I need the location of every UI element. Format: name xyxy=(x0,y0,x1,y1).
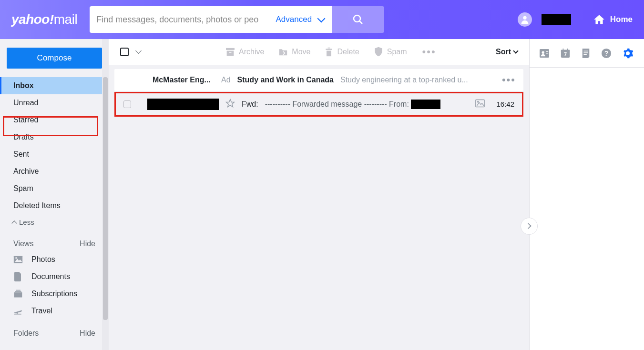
message-time: 16:42 xyxy=(496,100,514,108)
view-travel[interactable]: Travel xyxy=(0,302,109,320)
folder-deleted[interactable]: Deleted Items xyxy=(0,197,109,214)
search-button[interactable] xyxy=(332,6,384,33)
star-icon[interactable] xyxy=(225,99,235,110)
svg-rect-10 xyxy=(226,48,235,50)
message-checkbox[interactable] xyxy=(123,100,131,108)
toolbar: Archive Move Delete Spam ••• Sort xyxy=(109,39,529,65)
user-name-redacted[interactable] xyxy=(542,14,571,25)
show-less[interactable]: Less xyxy=(0,214,109,230)
chevron-down-icon xyxy=(317,15,326,23)
right-icons: 7 ? xyxy=(530,39,644,68)
view-subscriptions[interactable]: Subscriptions xyxy=(0,285,109,302)
home-label: Home xyxy=(610,15,633,24)
travel-icon xyxy=(13,307,23,315)
search-input[interactable] xyxy=(96,15,268,25)
folder-archive[interactable]: Archive xyxy=(0,163,109,180)
chevron-down-icon xyxy=(513,49,518,54)
folders-title: Folders xyxy=(13,329,39,338)
search-icon xyxy=(352,14,364,25)
views-hide[interactable]: Hide xyxy=(80,240,95,248)
svg-rect-27 xyxy=(583,50,588,51)
logo-text: yahoo xyxy=(11,12,50,27)
folder-unread[interactable]: Unread xyxy=(0,94,109,111)
folder-spam[interactable]: Spam xyxy=(0,180,109,197)
svg-rect-7 xyxy=(15,291,21,292)
view-label: Subscriptions xyxy=(31,290,77,298)
view-label: Travel xyxy=(31,307,52,315)
svg-rect-14 xyxy=(327,50,331,56)
ad-row[interactable]: McMaster Eng... Ad Study and Work in Can… xyxy=(114,69,523,91)
svg-rect-6 xyxy=(14,292,22,298)
archive-icon xyxy=(225,48,235,56)
delete-button[interactable]: Delete xyxy=(325,47,359,57)
chevron-right-icon xyxy=(525,223,532,230)
svg-rect-29 xyxy=(583,54,586,54)
ad-subject: Study and Work in Canada xyxy=(237,76,334,84)
select-dropdown-icon[interactable] xyxy=(135,48,142,54)
views-header: Views Hide xyxy=(0,230,109,251)
notepad-icon[interactable] xyxy=(581,48,591,59)
help-icon[interactable]: ? xyxy=(601,48,612,59)
less-label: Less xyxy=(19,218,34,226)
svg-rect-25 xyxy=(563,48,564,50)
svg-rect-28 xyxy=(583,52,588,53)
svg-rect-8 xyxy=(16,290,20,291)
search-wrap: Advanced xyxy=(90,6,384,33)
folder-starred[interactable]: Starred xyxy=(0,111,109,129)
move-button[interactable]: Move xyxy=(278,47,310,57)
select-all-checkbox[interactable] xyxy=(120,48,129,56)
toolbar-actions: Archive Move Delete Spam xyxy=(225,47,407,57)
next-page-button[interactable] xyxy=(521,218,538,235)
svg-point-2 xyxy=(523,16,526,20)
chevron-up-icon xyxy=(11,220,17,226)
search-box: Advanced xyxy=(90,6,332,33)
logo-mail: mail xyxy=(54,12,77,27)
subscriptions-icon xyxy=(13,290,23,298)
move-icon xyxy=(278,48,288,56)
ad-more-icon[interactable]: ••• xyxy=(502,78,516,82)
scrollbar-thumb[interactable] xyxy=(103,77,108,320)
svg-rect-13 xyxy=(326,49,332,50)
avatar[interactable] xyxy=(518,12,532,27)
spam-button[interactable]: Spam xyxy=(374,47,407,57)
trash-icon xyxy=(325,47,333,57)
ad-sender: McMaster Eng... xyxy=(153,76,215,84)
advanced-search[interactable]: Advanced xyxy=(268,15,332,24)
view-label: Documents xyxy=(31,272,70,281)
svg-rect-12 xyxy=(229,52,232,53)
svg-point-20 xyxy=(542,51,544,53)
home-link[interactable]: Home xyxy=(593,13,633,26)
svg-line-1 xyxy=(359,21,362,24)
home-icon xyxy=(593,13,605,26)
sidebar-scrollbar[interactable] xyxy=(102,39,109,350)
folder-sent[interactable]: Sent xyxy=(0,146,109,163)
highlight-outline: Fwd: ---------- Forwarded message ------… xyxy=(114,92,523,117)
more-actions[interactable]: ••• xyxy=(422,50,436,54)
folders-hide[interactable]: Hide xyxy=(80,329,95,338)
message-row[interactable]: Fwd: ---------- Forwarded message ------… xyxy=(116,93,522,115)
view-photos[interactable]: Photos xyxy=(0,251,109,268)
advanced-label: Advanced xyxy=(276,15,312,24)
person-icon xyxy=(520,14,530,25)
folder-drafts[interactable]: Drafts xyxy=(0,129,109,146)
sort-button[interactable]: Sort xyxy=(496,48,518,56)
archive-button[interactable]: Archive xyxy=(225,47,264,57)
calendar-icon[interactable]: 7 xyxy=(560,48,571,59)
document-icon xyxy=(13,272,23,281)
from-redacted xyxy=(411,100,440,109)
delete-label: Delete xyxy=(337,48,359,56)
ad-tag: Ad xyxy=(221,76,231,84)
svg-rect-11 xyxy=(227,50,234,56)
svg-rect-15 xyxy=(328,48,330,49)
sidebar: Compose Inbox Unread Starred Drafts Sent… xyxy=(0,39,109,350)
archive-label: Archive xyxy=(239,48,264,56)
contacts-icon[interactable] xyxy=(539,49,550,58)
yahoo-mail-logo[interactable]: yahoo!mail xyxy=(11,12,77,27)
main-content: Archive Move Delete Spam ••• Sort xyxy=(109,39,530,350)
folder-inbox[interactable]: Inbox xyxy=(0,77,109,94)
svg-rect-9 xyxy=(14,314,21,315)
settings-icon[interactable] xyxy=(622,48,634,59)
message-subject: Fwd: xyxy=(242,100,258,109)
compose-button[interactable]: Compose xyxy=(7,48,102,69)
view-documents[interactable]: Documents xyxy=(0,268,109,285)
